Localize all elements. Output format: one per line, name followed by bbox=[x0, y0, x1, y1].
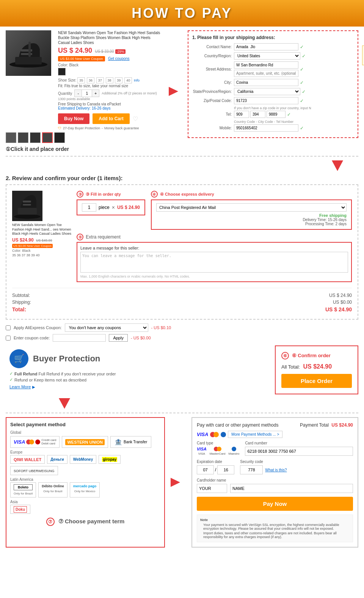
giropay-method[interactable]: giropay bbox=[99, 455, 121, 464]
order-qty-input[interactable] bbox=[82, 203, 96, 212]
mastercard-option[interactable]: MasterCard bbox=[210, 447, 226, 455]
coupon-code-checkbox[interactable] bbox=[6, 336, 11, 341]
delivery-select[interactable]: China Post Registered Air Mail bbox=[156, 203, 347, 212]
coupon-button[interactable]: US $3.00 New User Coupon bbox=[58, 56, 105, 61]
teams-logo: Деньги bbox=[50, 457, 64, 461]
bp-check1: ✓ bbox=[9, 371, 13, 376]
quantity-control[interactable]: - + bbox=[74, 89, 99, 97]
color-swatch[interactable] bbox=[58, 68, 66, 75]
size-38[interactable]: 38 bbox=[106, 77, 113, 83]
thumb-2[interactable] bbox=[18, 132, 28, 143]
security-col: Security code What is this? bbox=[240, 460, 287, 474]
tel-code[interactable] bbox=[234, 111, 249, 118]
thumb-1[interactable] bbox=[6, 132, 16, 143]
piece-label: piece bbox=[99, 205, 110, 210]
bank-label: Bank Transfer bbox=[124, 440, 147, 444]
tel-label: Tel: bbox=[192, 112, 234, 116]
size-39[interactable]: 39 bbox=[115, 77, 122, 83]
payment-title: Select payment method bbox=[10, 422, 160, 427]
step2-note: ② Pls fill in your address and telephone… bbox=[362, 46, 364, 65]
size-info-link[interactable]: Info bbox=[134, 78, 140, 82]
mercado-method[interactable]: mercado pago Only for Mexico bbox=[70, 482, 100, 498]
card-visa-logo: VISA bbox=[197, 432, 208, 437]
qiwi-method[interactable]: QIWI WALLET bbox=[10, 455, 45, 464]
qty-input[interactable] bbox=[82, 90, 92, 97]
shipping-value: US $0.00 bbox=[333, 300, 352, 305]
city-input[interactable] bbox=[234, 79, 298, 86]
add-to-cart-button[interactable]: Add to Cart bbox=[93, 113, 129, 124]
confirm-section: 🛒 Buyer Protection ✓ Full Refund Full Re… bbox=[6, 345, 358, 394]
section3: Select payment method Global VISA Credit… bbox=[6, 413, 358, 548]
step7-circle: ⑦ bbox=[46, 518, 55, 526]
aliexpress-coupon-checkbox[interactable] bbox=[6, 325, 11, 330]
country-select[interactable]: United States bbox=[234, 52, 300, 60]
thumb-5[interactable] bbox=[54, 132, 65, 143]
size-35[interactable]: 35 bbox=[77, 77, 85, 83]
mc-circle-right bbox=[29, 439, 34, 444]
bank-method[interactable]: 🏦 Bank Transfer bbox=[110, 436, 151, 448]
tel-area[interactable] bbox=[250, 111, 265, 118]
visa-logo: VISA bbox=[14, 439, 25, 445]
qty-increase[interactable]: + bbox=[92, 90, 99, 97]
page-title: HOW TO PAY bbox=[0, 5, 364, 21]
product-price-old: US $ 33.00 bbox=[95, 49, 114, 53]
teams-method[interactable]: Деньги bbox=[47, 455, 67, 464]
apt-input[interactable] bbox=[234, 70, 298, 77]
country-label: Country/Region: bbox=[192, 54, 234, 58]
section2: 2. Review and confirm your order (1 item… bbox=[6, 175, 358, 320]
qty-decrease[interactable]: - bbox=[75, 90, 82, 97]
size-40[interactable]: 40 bbox=[124, 77, 132, 83]
debito-method[interactable]: Débito Online Only for Brazil bbox=[38, 482, 67, 498]
svg-point-8 bbox=[14, 214, 41, 219]
expiry-security-row: Expiration date / Security code What is … bbox=[197, 460, 353, 474]
contact-input[interactable] bbox=[234, 43, 298, 50]
order-middle: ③ ③ Fill in order qty piece × US $ 24.90 bbox=[77, 191, 352, 284]
pay-now-button[interactable]: Pay Now bbox=[197, 497, 353, 511]
note-title: Note bbox=[200, 518, 350, 522]
wishlist-icon[interactable]: ♡ bbox=[133, 115, 138, 122]
cardholder-last-input[interactable] bbox=[230, 484, 353, 493]
apply-button[interactable]: Apply bbox=[109, 334, 128, 342]
state-select[interactable]: California bbox=[234, 88, 300, 95]
card-form: Card type VISA VISA Ma bbox=[197, 441, 353, 511]
coupon-code-input[interactable] bbox=[53, 334, 106, 342]
maestro-option[interactable]: Maestro bbox=[228, 447, 239, 455]
cardholder-first-input[interactable] bbox=[197, 484, 227, 493]
card-number-input[interactable] bbox=[245, 447, 353, 456]
tel-num[interactable] bbox=[267, 111, 286, 118]
boleto-method[interactable]: Boleto Only for Brazil bbox=[10, 482, 36, 498]
aliexpress-coupon-select[interactable]: You don't have any coupons bbox=[65, 323, 148, 332]
street-input[interactable] bbox=[234, 61, 298, 69]
get-coupons-link[interactable]: Get coupons bbox=[108, 57, 130, 61]
size-37[interactable]: 37 bbox=[96, 77, 104, 83]
thumb-3[interactable] bbox=[30, 132, 41, 143]
wu-method[interactable]: WESTERN UNION bbox=[62, 436, 108, 448]
delivery-options: China Post Registered Air Mail Free ship… bbox=[151, 199, 352, 230]
zip-input[interactable] bbox=[234, 97, 298, 104]
thumb-4[interactable] bbox=[42, 132, 53, 143]
sofort-method[interactable]: SOFORT UBERWEISUNG bbox=[10, 466, 58, 475]
seller-textarea[interactable]: You can leave a message for the seller. bbox=[80, 252, 348, 273]
what-is-this-link[interactable]: What is this? bbox=[265, 468, 287, 472]
step1-label: ①Click it and place order bbox=[6, 146, 165, 152]
expiry-year-input[interactable] bbox=[217, 465, 234, 474]
mobile-input[interactable] bbox=[234, 124, 298, 132]
step3-label: ③ ③ Fill in order qty bbox=[77, 191, 145, 198]
expiry-month-input[interactable] bbox=[197, 465, 214, 474]
bp-title: Buyer Protection bbox=[33, 354, 100, 364]
total-row: Total: US $ 24.90 bbox=[12, 306, 352, 313]
extra-card-circle bbox=[35, 439, 40, 444]
security-input[interactable] bbox=[240, 465, 263, 474]
size-36[interactable]: 36 bbox=[87, 77, 94, 83]
learn-more-link[interactable]: Learn More bbox=[9, 385, 31, 389]
asia-label: Asia bbox=[10, 500, 160, 504]
visa-mc-method[interactable]: VISA Credit cardDebit card bbox=[10, 436, 60, 448]
place-order-button[interactable]: Place Order bbox=[281, 374, 352, 388]
more-methods-button[interactable]: More Payment Methods ... > bbox=[228, 431, 282, 438]
doku-method[interactable]: Doku bbox=[10, 505, 30, 514]
buy-now-button[interactable]: Buy Now bbox=[58, 113, 89, 124]
webmoney-method[interactable]: WebMoney bbox=[70, 455, 97, 464]
pay-with-card-title: Pay with card or other payment methods bbox=[197, 422, 278, 428]
card-visa-option[interactable]: VISA VISA bbox=[197, 447, 207, 455]
bp-header: 🛒 Buyer Protection bbox=[9, 349, 265, 368]
